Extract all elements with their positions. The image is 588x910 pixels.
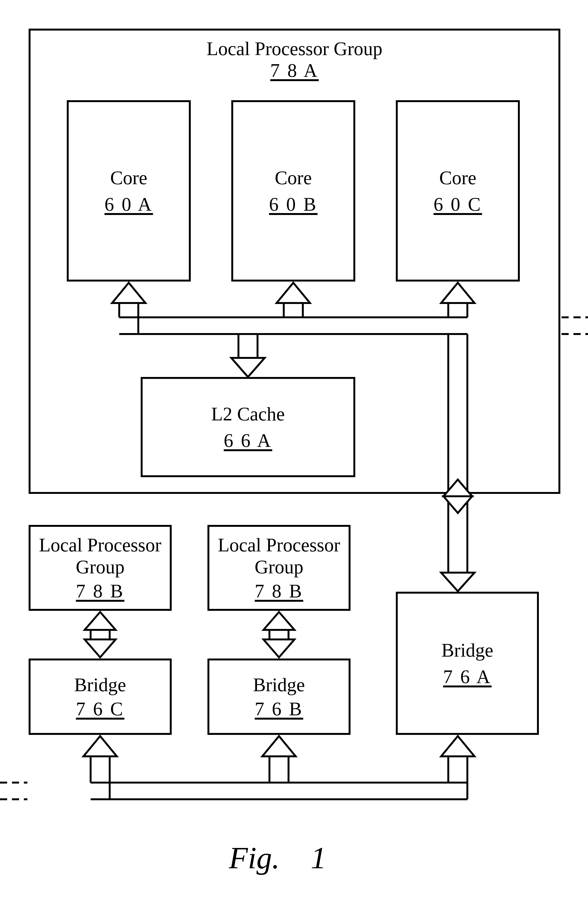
svg-marker-35 bbox=[84, 736, 117, 756]
group-78b-left-ref: 7 8 B bbox=[76, 580, 124, 602]
figure-number: 1 bbox=[311, 840, 326, 875]
bridge-76a-ref: 7 6 A bbox=[443, 666, 491, 688]
core-60c-title: Core bbox=[439, 167, 477, 189]
bridge-76c-ref: 7 6 C bbox=[76, 698, 124, 720]
group-78a-ref: 7 8 A bbox=[31, 60, 559, 81]
svg-marker-29 bbox=[263, 640, 294, 657]
l2-cache-ref: 6 6 A bbox=[224, 430, 272, 452]
group-78b-left-title2: Group bbox=[76, 556, 124, 578]
group-78a-title: Local Processor Group bbox=[31, 38, 559, 60]
svg-marker-28 bbox=[263, 612, 294, 630]
core-60a-ref: 6 0 A bbox=[105, 194, 153, 215]
l2-cache: L2 Cache 6 6 A bbox=[141, 377, 355, 477]
svg-marker-38 bbox=[262, 736, 296, 756]
svg-marker-24 bbox=[85, 612, 116, 630]
svg-marker-42 bbox=[441, 736, 475, 756]
svg-marker-21 bbox=[441, 573, 475, 591]
core-60b: Core 6 0 B bbox=[231, 100, 355, 282]
core-60a: Core 6 0 A bbox=[67, 100, 191, 282]
bridge-76a-title: Bridge bbox=[441, 639, 493, 661]
bridge-76b: Bridge 7 6 B bbox=[207, 659, 351, 735]
core-60c: Core 6 0 C bbox=[396, 100, 520, 282]
group-78b-mid-title2: Group bbox=[255, 556, 303, 578]
bridge-76b-ref: 7 6 B bbox=[255, 698, 303, 720]
figure-caption: Fig. 1 bbox=[229, 840, 326, 876]
core-60b-title: Core bbox=[275, 167, 312, 189]
bridge-76c: Bridge 7 6 C bbox=[29, 659, 172, 735]
core-60c-ref: 6 0 C bbox=[433, 194, 482, 215]
group-78b-mid: Local Processor Group 7 8 B bbox=[207, 525, 351, 611]
bridge-76a: Bridge 7 6 A bbox=[396, 592, 539, 735]
core-60a-title: Core bbox=[110, 167, 147, 189]
group-78b-mid-ref: 7 8 B bbox=[255, 580, 303, 602]
svg-marker-25 bbox=[85, 640, 116, 657]
group-78b-left-title1: Local Processor bbox=[39, 534, 161, 556]
group-78b-left: Local Processor Group 7 8 B bbox=[29, 525, 172, 611]
bridge-76c-title: Bridge bbox=[74, 674, 126, 696]
l2-cache-title: L2 Cache bbox=[211, 403, 285, 425]
core-60b-ref: 6 0 B bbox=[269, 194, 317, 215]
group-78b-mid-title1: Local Processor bbox=[218, 534, 340, 556]
svg-marker-20 bbox=[444, 496, 472, 513]
bridge-76b-title: Bridge bbox=[253, 674, 305, 696]
figure-label: Fig. bbox=[229, 840, 280, 875]
